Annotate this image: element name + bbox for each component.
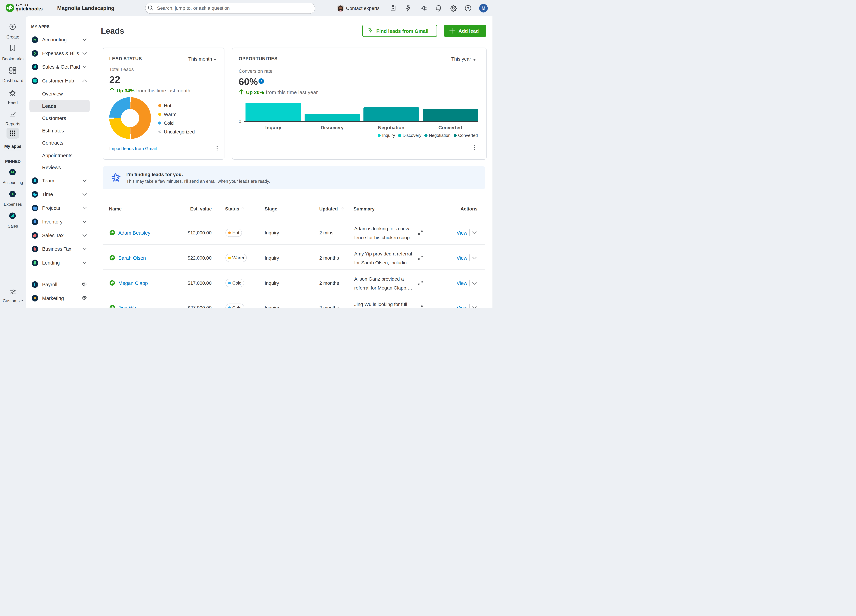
svg-text:?: ?: [467, 6, 469, 10]
